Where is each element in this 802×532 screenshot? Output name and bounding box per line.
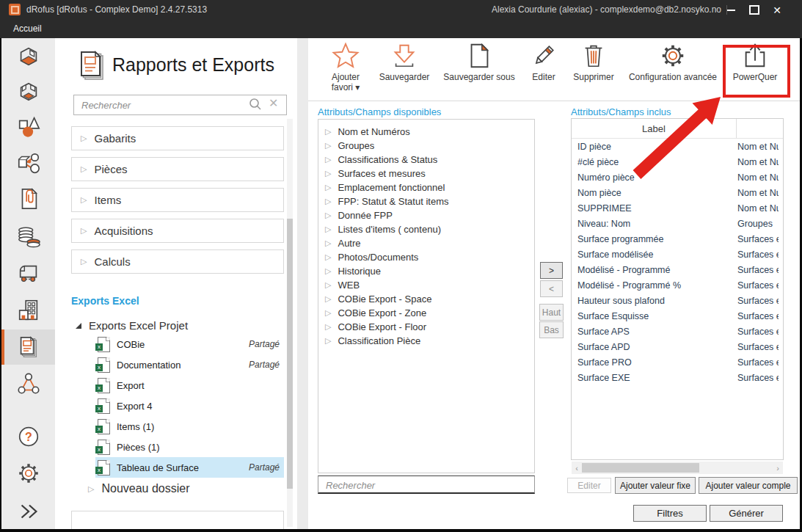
sidebar-expand-button[interactable] [1, 494, 55, 529]
move-down-button[interactable]: Bas [539, 321, 564, 338]
available-item[interactable]: ▷Classification Pièce [318, 334, 534, 348]
export-file-item[interactable]: x Tableau de Surface Partagé [95, 457, 284, 478]
menu-accueil[interactable]: Accueil [13, 20, 42, 38]
included-row[interactable]: Numéro pièceNom et Nu [572, 170, 783, 185]
included-row[interactable]: Surface EsquisseSurfaces et [572, 308, 783, 324]
included-row[interactable]: #clé pièceNom et Nu [572, 154, 783, 170]
tree-section-gabarits[interactable]: ▷Gabarits [71, 126, 284, 150]
tree-search-input[interactable] [80, 96, 252, 114]
expander-icon[interactable]: ▷ [325, 169, 331, 178]
toolbar-delete-button[interactable]: Supprimer [569, 42, 618, 82]
export-file-item[interactable]: x Pièces (1) [95, 437, 284, 457]
included-row[interactable]: Surface programméeSurfaces et [572, 231, 783, 247]
expander-icon[interactable]: ▷ [325, 197, 331, 206]
filters-button[interactable]: Filtres [633, 505, 707, 522]
move-up-button[interactable]: Haut [539, 304, 564, 321]
edit-value-button[interactable]: Editer [567, 478, 611, 493]
tree-section-partial[interactable] [71, 511, 284, 531]
panel-splitter[interactable] [297, 38, 308, 529]
group-column-header[interactable] [737, 119, 783, 138]
expander-icon[interactable]: ▷ [325, 266, 331, 276]
project-folder-row[interactable]: Exports Excel Projet [76, 319, 188, 332]
sidebar-item-shapes[interactable] [1, 109, 55, 145]
expander-icon[interactable]: ▷ [325, 308, 331, 318]
move-left-button[interactable]: < [540, 280, 563, 297]
expander-icon[interactable]: ▷ [325, 183, 331, 192]
expander-icon[interactable]: ▷ [325, 225, 331, 234]
scroll-left-icon[interactable]: ‹ [572, 464, 582, 473]
new-folder-row[interactable]: ▷Nouveau dossier [88, 482, 190, 495]
expander-icon[interactable]: ▷ [325, 238, 331, 248]
available-item[interactable]: ▷Surfaces et mesures [318, 167, 534, 181]
tree-scrollbar-thumb[interactable] [287, 219, 293, 489]
sidebar-item-building[interactable] [1, 293, 55, 328]
available-item[interactable]: ▷COBie Export - Space [318, 292, 534, 306]
available-item[interactable]: ▷COBie Export - Floor [318, 320, 534, 334]
sidebar-item-logistics[interactable] [1, 255, 55, 291]
expander-icon[interactable]: ▷ [325, 211, 331, 220]
expander-icon[interactable]: ▷ [325, 322, 331, 332]
expander-icon[interactable]: ▷ [81, 257, 87, 266]
close-button[interactable]: ✕ [766, 0, 788, 20]
available-search-input[interactable] [324, 478, 525, 493]
sidebar-item-help[interactable]: ? [1, 419, 55, 454]
included-row[interactable]: Surface EXESurfaces et [572, 370, 783, 385]
move-right-button[interactable]: > [540, 262, 563, 279]
sidebar-item-room-alt[interactable] [1, 74, 55, 109]
expander-icon[interactable]: ▷ [325, 127, 331, 136]
sidebar-item-reports[interactable] [1, 329, 55, 365]
included-hscrollbar[interactable]: ‹ › [572, 462, 783, 474]
search-icon[interactable] [248, 97, 263, 112]
included-row[interactable]: Surface APDSurfaces et [572, 339, 783, 354]
tree-section-calculs[interactable]: ▷Calculs [71, 249, 284, 274]
expander-icon[interactable]: ▷ [81, 195, 87, 205]
included-row[interactable]: Hauteur sous plafondSurfaces et [572, 293, 783, 308]
sidebar-item-network[interactable] [1, 366, 55, 401]
sidebar-item-attachments[interactable] [1, 181, 55, 216]
toolbar-save-button[interactable]: Sauvegarder [373, 42, 436, 82]
expander-icon[interactable]: ▷ [325, 294, 331, 304]
available-item[interactable]: ▷Groupes [318, 139, 534, 153]
export-file-item[interactable]: x Export [95, 375, 284, 396]
included-row[interactable]: SUPPRIMEENom et Nu [572, 200, 783, 216]
sidebar-item-settings[interactable] [1, 456, 55, 491]
available-item[interactable]: ▷Photos/Documents [318, 250, 534, 264]
expander-icon[interactable]: ▷ [325, 141, 331, 150]
included-row[interactable]: Surface modéliséeSurfaces et [572, 247, 783, 262]
sidebar-item-finance[interactable] [1, 219, 55, 254]
included-row[interactable]: Nom pièceNom et Nu [572, 185, 783, 200]
expander-icon[interactable]: ▷ [325, 280, 331, 290]
scroll-right-icon[interactable]: › [773, 464, 783, 473]
export-file-item[interactable]: x COBie Partagé [95, 334, 284, 354]
expander-icon[interactable]: ▷ [325, 336, 331, 346]
toolbar-save-as-button[interactable]: Sauvegarder sous [436, 42, 522, 82]
included-row[interactable]: ID pièceNom et Nu [572, 139, 783, 154]
export-file-item[interactable]: x Export 4 [95, 396, 284, 416]
available-item[interactable]: ▷Historique [318, 264, 534, 278]
generate-button[interactable]: Générer [710, 505, 783, 522]
included-row[interactable]: Surface APSSurfaces et [572, 324, 783, 339]
label-column-header[interactable]: Label [572, 119, 737, 138]
available-item[interactable]: ▷Donnée FPP [318, 208, 534, 222]
available-item[interactable]: ▷Autre [318, 236, 534, 250]
clear-search-icon[interactable]: ✕ [269, 96, 278, 110]
tree-section-pieces[interactable]: ▷Pièces [71, 157, 284, 181]
included-row[interactable]: Niveau: NomGroupes [572, 216, 783, 231]
available-item[interactable]: ▷Classifications & Status [318, 153, 534, 167]
available-item[interactable]: ▷Nom et Numéros [318, 125, 534, 139]
expander-icon[interactable]: ▷ [88, 484, 94, 494]
tree-section-acquisitions[interactable]: ▷Acquisitions [71, 219, 284, 243]
expander-icon[interactable]: ▷ [325, 155, 331, 164]
included-row[interactable]: Modélisé - ProgramméSurfaces et [572, 262, 783, 277]
toolbar-advanced-config-button[interactable]: Configuration avancée [623, 42, 723, 82]
maximize-button[interactable] [743, 0, 765, 20]
expander-open-icon[interactable] [76, 323, 81, 329]
included-row[interactable]: Modélisé - Programmé %Surfaces et [572, 277, 783, 293]
expander-icon[interactable]: ▷ [81, 164, 87, 174]
available-item[interactable]: ▷COBie Export - Zone [318, 306, 534, 320]
toolbar-edit-button[interactable]: Editer [525, 42, 562, 82]
available-item[interactable]: ▷Emplacement fonctionnel [318, 181, 534, 194]
tree-section-items[interactable]: ▷Items [71, 188, 284, 212]
expander-icon[interactable]: ▷ [81, 226, 87, 236]
expander-icon[interactable]: ▷ [325, 252, 331, 262]
